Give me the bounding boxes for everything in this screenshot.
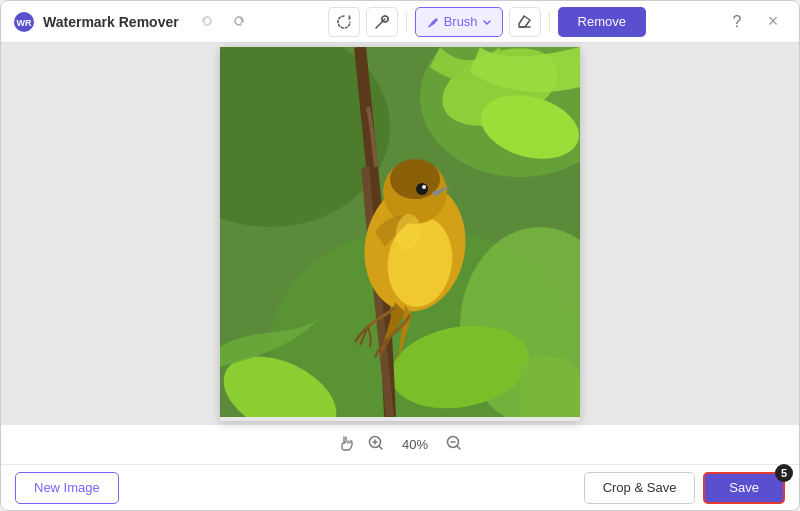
eraser-tool-button[interactable] [509, 7, 541, 37]
toolbar-separator [406, 12, 407, 32]
save-button-wrapper: Save 5 [703, 472, 785, 504]
pan-tool-button[interactable] [337, 434, 355, 456]
brush-label: Brush [444, 14, 478, 29]
magic-wand-button[interactable] [366, 7, 398, 37]
help-button[interactable]: ? [723, 8, 751, 36]
close-button[interactable]: × [759, 8, 787, 36]
crop-save-label: Crop & Save [603, 480, 677, 495]
zoom-bar: 40% [1, 424, 799, 464]
image-container [220, 47, 580, 421]
action-bar-right: Crop & Save Save 5 [584, 472, 785, 504]
save-badge: 5 [775, 464, 793, 482]
titlebar-right: ? × [723, 8, 787, 36]
zoom-in-button[interactable] [367, 434, 385, 456]
svg-point-17 [422, 185, 426, 189]
titlebar-left: WR Watermark Remover [13, 9, 251, 35]
toolbar-separator-2 [549, 12, 550, 32]
svg-point-15 [390, 159, 440, 199]
canvas-area [1, 43, 799, 424]
nav-controls [195, 9, 251, 35]
new-image-label: New Image [34, 480, 100, 495]
brush-tool-button[interactable]: Brush [415, 7, 503, 37]
chevron-down-icon [482, 17, 492, 27]
svg-text:WR: WR [17, 18, 32, 28]
new-image-button[interactable]: New Image [15, 472, 119, 504]
save-label: Save [729, 480, 759, 495]
zoom-percent: 40% [397, 437, 433, 452]
save-button[interactable]: Save [703, 472, 785, 504]
lasso-tool-button[interactable] [328, 7, 360, 37]
app-logo-icon: WR [13, 11, 35, 33]
titlebar: WR Watermark Remover [1, 1, 799, 43]
action-bar: New Image Crop & Save Save 5 [1, 464, 799, 510]
remove-label: Remove [578, 14, 626, 29]
remove-button[interactable]: Remove [558, 7, 646, 37]
redo-button[interactable] [225, 9, 251, 35]
toolbar: Brush Remove [251, 7, 723, 37]
app-title: Watermark Remover [43, 14, 179, 30]
bird-image [220, 47, 580, 417]
undo-button[interactable] [195, 9, 221, 35]
zoom-out-button[interactable] [445, 434, 463, 456]
crop-save-button[interactable]: Crop & Save [584, 472, 696, 504]
svg-point-16 [416, 183, 428, 195]
